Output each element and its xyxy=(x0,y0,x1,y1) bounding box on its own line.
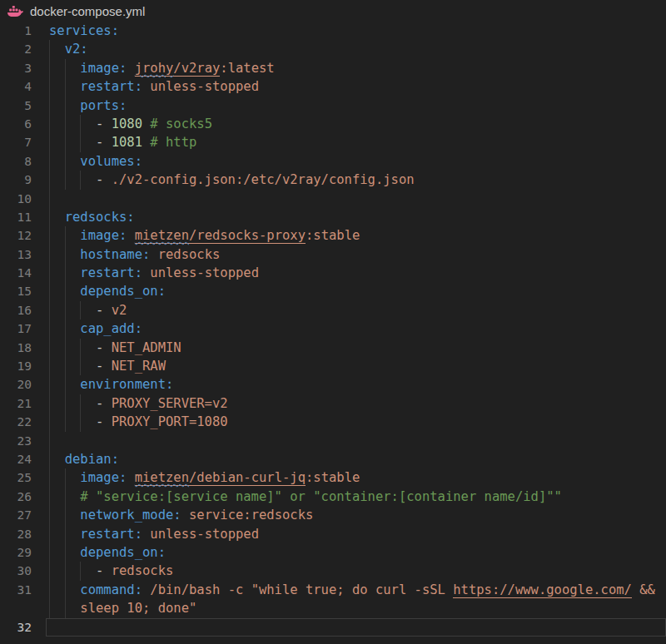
indent-guide xyxy=(49,171,65,189)
indent-guide xyxy=(65,543,81,562)
token-val: :latest xyxy=(220,61,274,76)
link[interactable]: mietzen xyxy=(135,470,189,486)
line-content: ports: xyxy=(46,97,666,115)
line-number: 13 xyxy=(0,245,32,264)
token-key: environment: xyxy=(80,377,173,392)
indent-guide xyxy=(65,171,81,189)
token-val: redsocks xyxy=(112,563,174,578)
code-line[interactable]: 30- redsocks xyxy=(0,562,666,580)
code-line[interactable]: 8volumes: xyxy=(0,152,666,171)
code-line[interactable]: 13hostname: redsocks xyxy=(0,245,666,264)
line-content: command: /bin/bash -c "while true; do cu… xyxy=(46,581,666,599)
line-number: 15 xyxy=(0,282,32,300)
token-val: /bin/bash -c "while true; do curl -sSL xyxy=(150,582,453,597)
code-line[interactable]: 28restart: unless-stopped xyxy=(0,525,666,543)
code-line[interactable]: 5ports: xyxy=(0,97,666,115)
link[interactable]: /debian-curl-jq xyxy=(189,470,306,486)
token-key: depends_on: xyxy=(80,284,166,299)
indent-guide xyxy=(49,40,65,58)
token-key: cap_add: xyxy=(80,321,142,336)
docker-whale-icon xyxy=(7,5,23,17)
indent-guide xyxy=(80,301,96,320)
line-content: depends_on: xyxy=(46,282,666,300)
code-line[interactable]: 20environment: xyxy=(0,375,666,394)
line-number: 29 xyxy=(0,543,32,562)
line-number: 24 xyxy=(0,450,32,468)
code-line[interactable]: 29depends_on: xyxy=(0,543,666,562)
indent-guide xyxy=(49,77,65,96)
code-line[interactable]: 1services: xyxy=(0,22,666,40)
link[interactable]: https://www.google.com/ xyxy=(453,582,632,598)
token-sp xyxy=(142,135,150,150)
code-line[interactable]: 15depends_on: xyxy=(0,282,666,300)
line-number: 28 xyxy=(0,525,32,543)
code-line[interactable]: 26# "service:[service name]" or "contain… xyxy=(0,488,666,506)
indent-guide xyxy=(65,525,81,543)
code-line[interactable]: 4restart: unless-stopped xyxy=(0,77,666,96)
line-content xyxy=(46,432,666,450)
indent-guide xyxy=(65,562,81,580)
line-content: v2: xyxy=(46,40,666,58)
token-key: restart: xyxy=(80,265,142,280)
code-line[interactable]: 12image: mietzen/redsocks-proxy:stable xyxy=(0,226,666,245)
line-content: depends_on: xyxy=(46,543,666,562)
code-line[interactable]: 19- NET_RAW xyxy=(0,357,666,375)
token-sp xyxy=(142,265,150,280)
code-line[interactable]: 3image: jrohy/v2ray:latest xyxy=(0,59,666,77)
code-line[interactable]: 17cap_add: xyxy=(0,320,666,338)
link[interactable]: /v2ray xyxy=(173,61,220,77)
code-area[interactable]: 1services:2v2:3image: jrohy/v2ray:latest… xyxy=(0,22,666,637)
code-line[interactable]: 32 xyxy=(0,618,666,637)
indent-guide xyxy=(65,97,81,115)
line-number: 9 xyxy=(0,171,32,189)
token-sp xyxy=(181,508,189,523)
line-number: 5 xyxy=(0,97,32,115)
code-line[interactable]: sleep 10; done" xyxy=(0,599,666,617)
code-line[interactable]: 10 xyxy=(0,190,666,208)
code-line[interactable]: 2v2: xyxy=(0,40,666,58)
token-key: v2: xyxy=(65,42,88,57)
line-content: - PROXY_PORT=1080 xyxy=(46,413,666,431)
code-line[interactable]: 23 xyxy=(0,432,666,450)
token-punc: - xyxy=(96,414,112,429)
indent-guide xyxy=(49,245,65,264)
line-content: sleep 10; done" xyxy=(46,599,666,617)
code-line[interactable]: 14restart: unless-stopped xyxy=(0,264,666,282)
token-val: v2 xyxy=(112,303,127,318)
indent-guide xyxy=(65,506,81,524)
code-line[interactable]: 21- PROXY_SERVER=v2 xyxy=(0,394,666,413)
link[interactable]: jrohy xyxy=(135,61,174,77)
code-line[interactable]: 11redsocks: xyxy=(0,208,666,226)
code-line[interactable]: 31command: /bin/bash -c "while true; do … xyxy=(0,581,666,599)
code-line[interactable]: 22- PROXY_PORT=1080 xyxy=(0,413,666,431)
token-val: service:redsocks xyxy=(189,508,313,523)
token-sp xyxy=(142,116,150,131)
token-val: :stable xyxy=(306,470,360,485)
link[interactable]: /redsocks-proxy xyxy=(189,228,306,244)
indent-guide xyxy=(49,562,65,580)
code-line[interactable]: 16- v2 xyxy=(0,301,666,320)
code-line[interactable]: 27network_mode: service:redsocks xyxy=(0,506,666,524)
indent-guide xyxy=(65,599,81,617)
code-line[interactable]: 7- 1081 # http xyxy=(0,133,666,151)
token-key: ports: xyxy=(80,98,127,113)
code-line[interactable]: 9- ./v2-config.json:/etc/v2ray/config.js… xyxy=(0,171,666,189)
indent-guide xyxy=(65,320,81,338)
link[interactable]: mietzen xyxy=(135,228,189,244)
code-line[interactable]: 25image: mietzen/debian-curl-jq:stable xyxy=(0,468,666,487)
indent-guide xyxy=(65,375,81,394)
line-content: - ./v2-config.json:/etc/v2ray/config.jso… xyxy=(46,171,666,189)
indent-guide xyxy=(65,282,81,300)
line-content: - NET_RAW xyxy=(46,357,666,375)
indent-guide xyxy=(49,264,65,282)
line-number: 6 xyxy=(0,115,32,133)
line-number: 27 xyxy=(0,506,32,524)
code-line[interactable]: 6- 1080 # socks5 xyxy=(0,115,666,133)
indent-guide xyxy=(49,339,65,357)
token-punc: - xyxy=(96,116,112,131)
code-line[interactable]: 24debian: xyxy=(0,450,666,468)
indent-guide xyxy=(49,226,65,245)
code-line[interactable]: 18- NET_ADMIN xyxy=(0,339,666,357)
line-content: network_mode: service:redsocks xyxy=(46,506,666,524)
line-content: - v2 xyxy=(46,301,666,320)
